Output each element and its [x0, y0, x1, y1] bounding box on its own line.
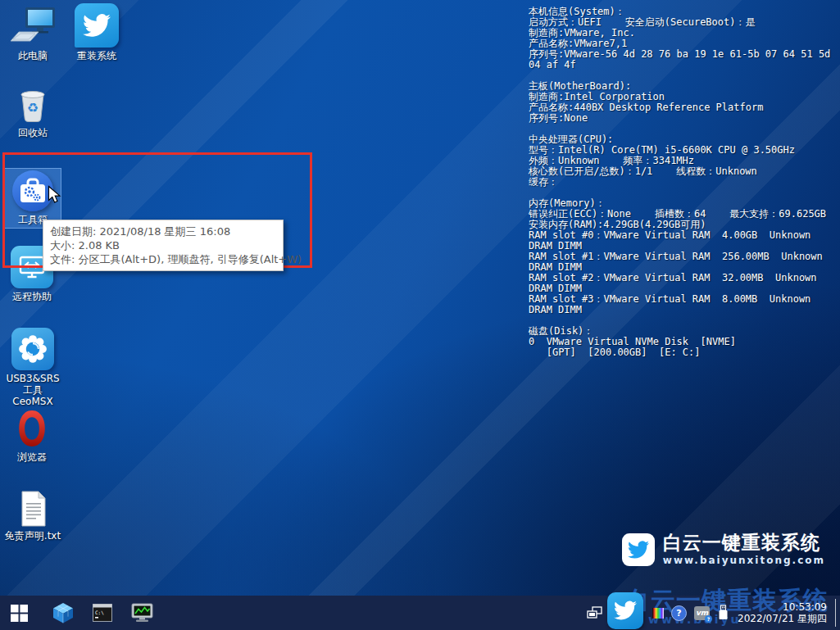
- desktop-icon-label: 此电脑: [18, 50, 48, 61]
- tooltip-line: 文件: 分区工具(Alt+D), 理顺盘符, 引导修复(Alt+W): [50, 252, 276, 266]
- this-pc-icon: [9, 5, 57, 48]
- opera-browser-icon: [12, 408, 52, 449]
- svg-text:♻: ♻: [27, 100, 39, 116]
- windows-logo-icon: [11, 605, 28, 622]
- taskbar-left: C:\: [0, 596, 161, 630]
- taskbar-clock[interactable]: 10:53:09 2022/07/21 星期四: [738, 601, 827, 624]
- taskbar-app-resource-monitor[interactable]: [123, 596, 161, 630]
- mouse-cursor: [48, 185, 61, 205]
- tooltip-line: 大小: 2.08 KB: [50, 238, 276, 252]
- show-desktop-button[interactable]: [835, 599, 840, 627]
- system-info-line: RAM slot #3：VMware Virtual RAM 8.00MB Un…: [529, 294, 838, 315]
- clock-date: 2022/07/21 星期四: [738, 613, 827, 624]
- desktop-icon-label: 免责声明.txt: [5, 530, 61, 542]
- desktop-icon-this-pc[interactable]: 此电脑: [7, 5, 59, 61]
- brand-url: www.baiyunxitong.com: [663, 555, 825, 566]
- taskbar-app-command-prompt[interactable]: C:\: [84, 596, 121, 630]
- taskbar: C:\ 白云一键重装系统 www.baiyu: [0, 596, 840, 630]
- usb-icon[interactable]: [717, 605, 729, 621]
- desktop-icon-browser[interactable]: 浏览器: [7, 408, 57, 463]
- screen: 本机信息(System)：启动方式：UEFI 安全启动(SecureBoot)：…: [0, 0, 840, 630]
- taskbar-app-cube-tool[interactable]: [44, 596, 82, 630]
- start-button[interactable]: [0, 596, 38, 630]
- desktop-icon-label: 回收站: [18, 127, 48, 138]
- recycle-bin-icon: ♻: [12, 85, 53, 125]
- help-icon[interactable]: ?: [671, 605, 687, 621]
- desktop-icon-recycle-bin[interactable]: ♻ 回收站: [9, 85, 57, 138]
- desktop-icon-label: USB3&SRS 工具CeoMSX: [3, 373, 62, 407]
- system-info-line: RAM slot #0：VMware Virtual RAM 4.00GB Un…: [529, 230, 838, 252]
- file-info-tooltip: 创建日期: 2021/08/18 星期三 16:08大小: 2.08 KB文件:…: [43, 220, 284, 271]
- system-info-line: [GPT] [200.00GB] [E: C:]: [529, 347, 838, 358]
- twitter-bird-icon: [622, 533, 655, 566]
- system-info-line: RAM slot #1：VMware Virtual RAM 256.00MB …: [529, 252, 838, 273]
- brand-title: 白云一键重装系统: [663, 533, 825, 552]
- twitter-app-tray-icon[interactable]: [607, 592, 643, 629]
- brand-logo: 白云一键重装系统 www.baiyunxitong.com: [622, 533, 825, 566]
- tooltip-line: 创建日期: 2021/08/18 星期三 16:08: [50, 224, 276, 238]
- system-info-line: 缓存：: [529, 177, 838, 188]
- desktop-icon-reinstall-system[interactable]: 重装系统: [71, 3, 122, 61]
- system-info-line: 核心数(已开启/总数)：1/1 线程数：Unknown: [529, 166, 838, 177]
- system-info-panel: 本机信息(System)：启动方式：UEFI 安全启动(SecureBoot)：…: [529, 7, 838, 358]
- twitter-bird-icon: [75, 3, 119, 48]
- system-tray: ? vm? 10:53:09 2022/07/21 星期四: [579, 596, 827, 630]
- desktop-icon-label: 重装系统: [77, 50, 116, 61]
- desktop-icon-label: 远程协助: [12, 291, 52, 302]
- text-file-icon: [17, 490, 48, 528]
- command-prompt-icon: C:\: [93, 604, 112, 622]
- system-info-line: 序列号:VMware-56 4d 28 76 ba 19 1e 61-5b 07…: [529, 49, 838, 70]
- desktop-icon-disclaimer-txt[interactable]: 免责声明.txt: [3, 490, 62, 542]
- vmware-tools-icon[interactable]: vm?: [694, 606, 710, 620]
- system-info-line: 序列号:None: [529, 113, 838, 124]
- gear-tool-icon: [11, 328, 54, 370]
- desktop-icon-usb3-srs-tool[interactable]: USB3&SRS 工具CeoMSX: [3, 328, 62, 407]
- desktop-icon-label: 浏览器: [17, 451, 47, 463]
- svg-text:C:\: C:\: [95, 610, 104, 615]
- system-info-line: RAM slot #2：VMware Virtual RAM 32.00MB U…: [529, 273, 838, 294]
- cube-3d-icon: [52, 602, 74, 623]
- clock-time: 10:53:09: [738, 601, 827, 613]
- resource-monitor-icon: [131, 603, 153, 623]
- network-icon[interactable]: [587, 606, 602, 620]
- color-profile-icon[interactable]: [652, 608, 664, 619]
